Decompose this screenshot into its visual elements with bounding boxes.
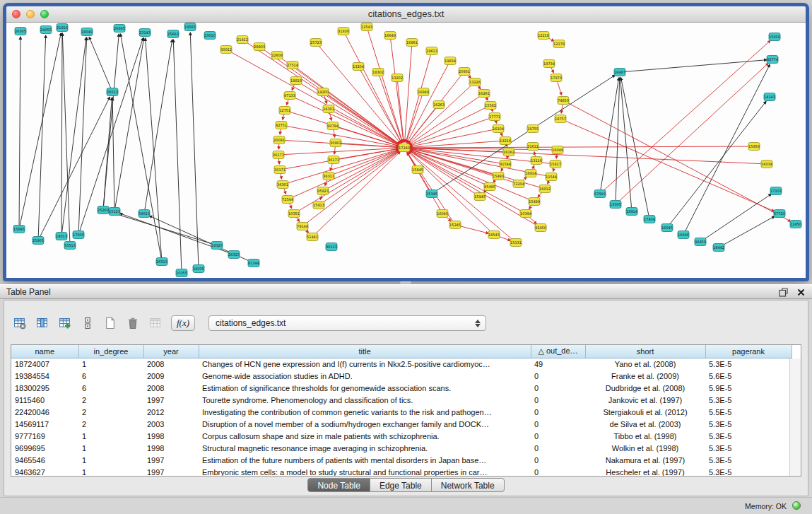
graph-node[interactable]: 91344 bbox=[248, 259, 259, 267]
graph-node[interactable]: 97133 bbox=[284, 92, 295, 100]
column-header[interactable]: year bbox=[143, 345, 199, 358]
graph-edge[interactable] bbox=[19, 37, 20, 225]
graph-node[interactable]: 26305 bbox=[15, 28, 26, 35]
graph-edge[interactable] bbox=[500, 132, 502, 136]
graph-node[interactable]: 20091 bbox=[273, 136, 285, 144]
table-vertical-scrollbar[interactable] bbox=[789, 358, 801, 476]
graph-edge[interactable] bbox=[534, 152, 536, 156]
graph-edge[interactable] bbox=[618, 63, 768, 201]
graph-node[interactable]: 72544 bbox=[282, 196, 293, 204]
table-cell-title[interactable]: Changes of HCN gene expression and I(f) … bbox=[199, 358, 531, 370]
table-row[interactable]: 1872400712008Changes of HCN gene express… bbox=[11, 358, 792, 370]
table-row[interactable]: 977716911998Corpus callosum shape and si… bbox=[11, 430, 792, 442]
table-cell-in_degree[interactable]: 2 bbox=[78, 394, 143, 406]
graph-node[interactable]: 72204 bbox=[513, 180, 524, 188]
graph-node[interactable]: 17771 bbox=[489, 113, 500, 121]
graph-edge[interactable] bbox=[616, 78, 620, 200]
graph-node[interactable]: 18818 bbox=[290, 77, 302, 85]
tab-network-table[interactable]: Network Table bbox=[431, 478, 505, 492]
graph-node[interactable]: 20931 bbox=[459, 68, 470, 76]
graph-edge[interactable] bbox=[558, 82, 562, 95]
table-cell-short[interactable]: Stergiakouli et al. (2012) bbox=[585, 406, 705, 418]
table-cell-pagerank[interactable]: 5.5E-5 bbox=[705, 406, 792, 418]
graph-edge[interactable] bbox=[190, 33, 199, 264]
edit-table-icon[interactable] bbox=[55, 314, 74, 332]
graph-node[interactable]: 13116 bbox=[531, 157, 542, 165]
table-source-dropdown[interactable]: citations_edges.txt bbox=[208, 315, 486, 331]
graph-edge[interactable] bbox=[492, 110, 493, 112]
graph-node[interactable]: 85923 bbox=[317, 187, 329, 195]
graph-edge[interactable] bbox=[80, 38, 143, 231]
graph-node[interactable]: 79144 bbox=[297, 223, 308, 230]
graph-node[interactable]: 96113 bbox=[326, 243, 337, 251]
graph-edge[interactable] bbox=[279, 159, 280, 164]
graph-node[interactable]: 23143 bbox=[139, 29, 151, 37]
graph-node[interactable]: 16049 bbox=[552, 146, 563, 154]
graph-edge[interactable] bbox=[296, 217, 299, 221]
graph-node[interactable]: 42751 bbox=[276, 122, 287, 129]
graph-node[interactable]: 16487 bbox=[614, 69, 625, 76]
table-cell-short[interactable]: Yano et al. (2008) bbox=[585, 358, 705, 370]
graph-edge[interactable] bbox=[146, 38, 162, 257]
table-cell-year[interactable]: 1998 bbox=[143, 430, 199, 442]
graph-edge[interactable] bbox=[61, 33, 62, 232]
graph-edge[interactable] bbox=[405, 47, 412, 142]
row-height-icon[interactable] bbox=[78, 314, 97, 332]
graph-node[interactable]: 30012 bbox=[220, 46, 232, 54]
table-cell-out_degree[interactable]: 0 bbox=[531, 430, 585, 442]
graph-edge[interactable] bbox=[624, 60, 767, 72]
graph-edge[interactable] bbox=[410, 146, 750, 148]
table-cell-pagerank[interactable]: 5.6E-5 bbox=[705, 370, 792, 382]
graph-edge[interactable] bbox=[89, 37, 111, 88]
function-builder-button[interactable]: f(x) bbox=[171, 315, 195, 331]
graph-edge[interactable] bbox=[496, 121, 497, 124]
graph-node[interactable]: 15345 bbox=[426, 190, 437, 198]
graph-node[interactable]: 30171 bbox=[274, 166, 286, 174]
graph-node[interactable]: 15582 bbox=[485, 102, 496, 110]
graph-edge[interactable] bbox=[532, 165, 534, 169]
graph-node[interactable]: 16045 bbox=[661, 224, 673, 232]
table-cell-title[interactable]: Disruption of a novel member of a sodium… bbox=[199, 418, 531, 430]
graph-node[interactable]: 36301 bbox=[277, 181, 288, 189]
graph-node[interactable]: 18543 bbox=[488, 231, 500, 239]
graph-node[interactable]: 25260 bbox=[98, 206, 109, 214]
table-cell-title[interactable]: Tourette syndrome. Phenomenology and cla… bbox=[199, 394, 531, 406]
table-cell-pagerank[interactable]: 5.3E-5 bbox=[705, 358, 792, 370]
graph-node[interactable]: 10351 bbox=[288, 210, 300, 218]
table-cell-name[interactable]: 9115460 bbox=[11, 394, 78, 406]
table-cell-short[interactable]: Nakamura et al. (1997) bbox=[585, 454, 705, 466]
column-header[interactable]: in_degree bbox=[78, 345, 143, 358]
table-cell-pagerank[interactable]: 5.3E-5 bbox=[705, 454, 792, 466]
graph-edge[interactable] bbox=[553, 168, 555, 172]
graph-node[interactable]: 16012 bbox=[539, 185, 551, 193]
table-cell-name[interactable]: 18724007 bbox=[11, 358, 78, 370]
table-cell-name[interactable]: 14569117 bbox=[11, 418, 78, 430]
column-header[interactable]: title bbox=[199, 345, 531, 358]
table-cell-out_degree[interactable]: 0 bbox=[531, 418, 585, 430]
table-cell-name[interactable]: 9463627 bbox=[11, 466, 78, 477]
graph-edge[interactable] bbox=[459, 226, 488, 233]
graph-node[interactable]: 26845 bbox=[114, 25, 125, 33]
graph-node[interactable]: 18302 bbox=[372, 69, 384, 76]
table-cell-short[interactable]: Hescheler et al. (1997) bbox=[585, 466, 705, 477]
table-cell-pagerank[interactable]: 5.3E-5 bbox=[705, 466, 792, 477]
graph-node[interactable]: 16263 bbox=[433, 101, 445, 109]
table-cell-year[interactable]: 1998 bbox=[143, 442, 199, 454]
graph-node[interactable]: 26513 bbox=[107, 88, 118, 96]
table-cell-year[interactable]: 2003 bbox=[143, 418, 199, 430]
graph-node[interactable]: 50513 bbox=[64, 242, 76, 250]
graph-node[interactable]: 14143 bbox=[764, 93, 775, 101]
graph-node[interactable]: 25723 bbox=[310, 39, 322, 47]
table-cell-in_degree[interactable]: 1 bbox=[78, 466, 143, 477]
graph-node[interactable]: 16301 bbox=[323, 105, 334, 113]
table-cell-title[interactable]: Genome-wide association studies in ADHD. bbox=[199, 370, 531, 382]
table-cell-year[interactable]: 1997 bbox=[143, 454, 199, 466]
graph-node[interactable]: 16261 bbox=[478, 90, 490, 98]
graph-edge[interactable] bbox=[548, 180, 549, 184]
graph-node[interactable]: 12450 bbox=[790, 221, 801, 228]
graph-node[interactable]: 14200 bbox=[317, 88, 329, 96]
graph-edge[interactable] bbox=[601, 78, 619, 189]
table-cell-name[interactable]: 18300295 bbox=[11, 382, 78, 394]
graph-edge[interactable] bbox=[283, 148, 399, 154]
graph-node[interactable]: 13202 bbox=[392, 74, 403, 82]
